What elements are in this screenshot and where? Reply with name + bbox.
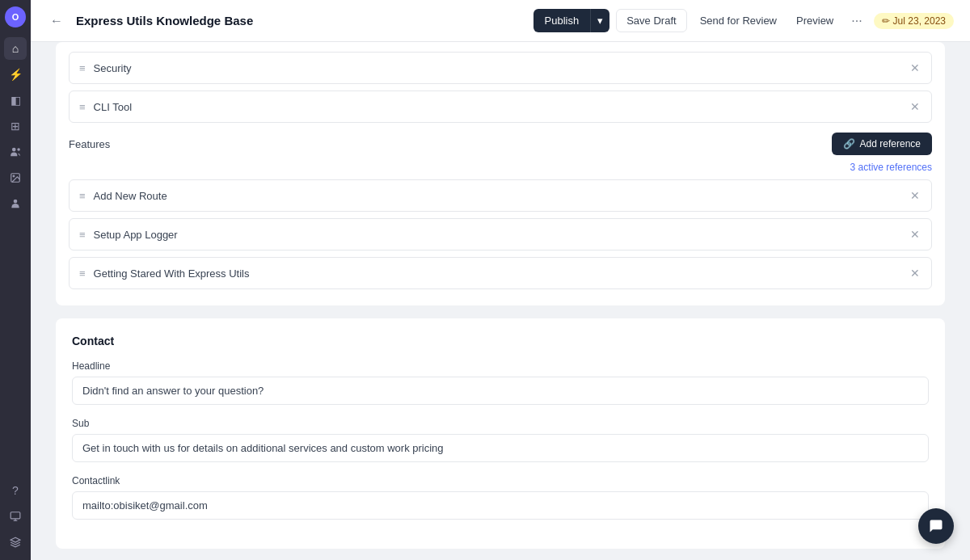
- sidebar-icon-help[interactable]: ?: [4, 479, 27, 502]
- drag-handle-icon: ≡: [79, 62, 86, 74]
- contactlink-input[interactable]: [72, 491, 929, 520]
- page-title: Express Utils Knowledge Base: [76, 14, 524, 27]
- contactlink-group: Contactlink: [72, 475, 929, 520]
- security-ref-item: ≡ Security ✕: [69, 52, 932, 84]
- drag-handle-icon: ≡: [79, 101, 86, 113]
- sidebar: O ⌂ ⚡ ◧ ⊞ ?: [0, 0, 31, 560]
- headline-label: Headline: [72, 360, 929, 372]
- drag-handle-icon: ≡: [79, 190, 86, 202]
- features-section: Features 🔗 Add reference 3 active refere…: [69, 133, 932, 289]
- content-inner: ≡ Security ✕ ≡ CLI Tool ✕ Features 🔗 Ad: [40, 42, 961, 560]
- edit-icon: ✏: [882, 15, 890, 27]
- contact-title: Contact: [72, 335, 929, 347]
- sidebar-icon-layers[interactable]: [4, 531, 27, 554]
- publish-button[interactable]: Publish ▾: [534, 9, 610, 32]
- security-label: Security: [94, 62, 900, 74]
- security-close-button[interactable]: ✕: [909, 61, 922, 75]
- content-area: ≡ Security ✕ ≡ CLI Tool ✕ Features 🔗 Ad: [31, 42, 970, 560]
- setup-app-logger-close-button[interactable]: ✕: [909, 227, 922, 242]
- add-reference-label: Add reference: [860, 138, 921, 149]
- headline-input[interactable]: [72, 377, 929, 405]
- sidebar-icon-image[interactable]: [4, 166, 27, 189]
- publish-dropdown-arrow[interactable]: ▾: [591, 9, 609, 32]
- getting-started-item: ≡ Getting Stared With Express Utils ✕: [69, 257, 932, 289]
- sub-input[interactable]: [72, 434, 929, 462]
- sub-label: Sub: [72, 418, 929, 429]
- features-header: Features 🔗 Add reference: [69, 133, 932, 155]
- svg-rect-5: [11, 512, 20, 519]
- drag-handle-icon: ≡: [79, 267, 86, 280]
- add-new-route-label: Add New Route: [94, 190, 900, 202]
- setup-app-logger-item: ≡ Setup App Logger ✕: [69, 218, 932, 251]
- sidebar-icon-home[interactable]: ⌂: [4, 37, 27, 60]
- sidebar-icon-file[interactable]: ◧: [4, 89, 27, 112]
- svg-point-0: [12, 148, 16, 152]
- svg-marker-8: [11, 537, 20, 542]
- contactlink-label: Contactlink: [72, 475, 929, 486]
- date-badge: ✏ Jul 23, 2023: [874, 13, 954, 29]
- date-text: Jul 23, 2023: [893, 15, 946, 27]
- back-button[interactable]: ←: [47, 11, 66, 32]
- features-title: Features: [69, 138, 110, 150]
- sidebar-icon-grid[interactable]: ⊞: [4, 115, 27, 137]
- svg-point-1: [17, 148, 20, 151]
- preview-button[interactable]: Preview: [790, 10, 840, 32]
- header: ← Express Utils Knowledge Base Publish ▾…: [31, 0, 970, 42]
- sidebar-icon-monitor[interactable]: [4, 505, 27, 528]
- add-new-route-item: ≡ Add New Route ✕: [69, 179, 932, 212]
- avatar[interactable]: O: [5, 6, 26, 27]
- active-refs-count: 3 active references: [69, 162, 932, 173]
- more-button[interactable]: ···: [846, 11, 867, 32]
- sub-group: Sub: [72, 418, 929, 462]
- sidebar-icon-users[interactable]: [4, 141, 27, 163]
- cli-close-button[interactable]: ✕: [909, 99, 922, 114]
- sidebar-icon-bolt[interactable]: ⚡: [4, 63, 27, 86]
- main-area: ← Express Utils Knowledge Base Publish ▾…: [31, 0, 970, 560]
- svg-point-4: [14, 200, 18, 204]
- send-review-button[interactable]: Send for Review: [694, 10, 783, 32]
- setup-app-logger-label: Setup App Logger: [94, 229, 900, 241]
- drag-handle-icon: ≡: [79, 229, 86, 241]
- contact-section: Contact Headline Sub Contactlink: [56, 318, 945, 549]
- headline-group: Headline: [72, 360, 929, 405]
- publish-label[interactable]: Publish: [534, 9, 592, 32]
- getting-started-close-button[interactable]: ✕: [909, 266, 922, 280]
- svg-point-3: [13, 175, 15, 177]
- link-icon: 🔗: [843, 138, 855, 149]
- getting-started-label: Getting Stared With Express Utils: [94, 267, 900, 280]
- cli-ref-item: ≡ CLI Tool ✕: [69, 91, 932, 123]
- save-draft-button[interactable]: Save Draft: [616, 9, 686, 32]
- sidebar-icon-person[interactable]: [4, 192, 27, 215]
- add-new-route-close-button[interactable]: ✕: [909, 188, 922, 203]
- chat-button[interactable]: [918, 508, 954, 544]
- add-reference-button[interactable]: 🔗 Add reference: [832, 133, 932, 155]
- cli-label: CLI Tool: [94, 101, 900, 113]
- header-actions: Publish ▾ Save Draft Send for Review Pre…: [534, 9, 954, 32]
- top-section: ≡ Security ✕ ≡ CLI Tool ✕ Features 🔗 Ad: [56, 42, 945, 305]
